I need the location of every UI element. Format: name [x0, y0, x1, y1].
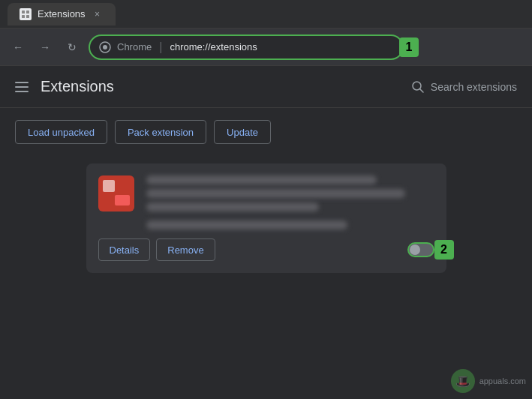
- browser-toolbar: ← → ↻ Chrome | chrome://extensions 1: [0, 28, 532, 66]
- hamburger-menu-button[interactable]: [15, 82, 29, 92]
- pack-extension-button[interactable]: Pack extension: [115, 120, 206, 144]
- refresh-button[interactable]: ↻: [62, 37, 83, 58]
- extension-icon: [98, 176, 134, 212]
- extension-card-bottom: Details Remove 2: [98, 238, 434, 261]
- search-icon: [411, 80, 425, 94]
- extensions-tab[interactable]: Extensions ×: [8, 3, 116, 26]
- page-title: Extensions: [41, 78, 399, 95]
- hamburger-line-1: [15, 82, 29, 83]
- extension-list: Details Remove 2: [0, 156, 532, 399]
- tab-close-button[interactable]: ×: [92, 8, 104, 20]
- watermark: 🎩 appuals.com: [451, 369, 526, 393]
- svg-point-5: [103, 45, 107, 50]
- extension-desc-line1-blurred: [146, 189, 406, 198]
- address-bar[interactable]: Chrome | chrome://extensions 1: [89, 34, 404, 60]
- extension-extra-blurred: [146, 220, 348, 230]
- extension-info: [146, 176, 434, 212]
- details-button[interactable]: Details: [98, 238, 151, 261]
- update-button[interactable]: Update: [214, 120, 271, 144]
- search-area[interactable]: Search extensions: [411, 80, 517, 94]
- page-content: Extensions Search extensions Load unpack…: [0, 66, 532, 399]
- svg-rect-2: [22, 15, 25, 18]
- extension-desc-line2-blurred: [146, 202, 319, 212]
- forward-button[interactable]: →: [35, 37, 56, 58]
- hamburger-line-3: [15, 91, 29, 92]
- toggle-thumb: [410, 244, 420, 255]
- tab-favicon-icon: [20, 8, 32, 20]
- address-url: chrome://extensions: [170, 41, 257, 52]
- svg-line-7: [419, 88, 423, 92]
- svg-rect-3: [26, 15, 29, 18]
- step1-badge: 1: [399, 38, 419, 57]
- extension-card-top: [98, 176, 434, 212]
- extension-card: Details Remove 2: [86, 164, 446, 273]
- svg-rect-0: [22, 10, 25, 14]
- address-separator: |: [159, 40, 162, 54]
- chrome-logo-icon: [99, 41, 111, 53]
- toolbar-row: Load unpacked Pack extension Update: [0, 108, 532, 156]
- hamburger-line-2: [15, 86, 29, 88]
- main-area: Extensions Search extensions Load unpack…: [0, 66, 532, 399]
- load-unpacked-button[interactable]: Load unpacked: [15, 120, 107, 144]
- tab-area: Extensions ×: [8, 0, 116, 28]
- svg-rect-1: [26, 10, 29, 14]
- search-placeholder: Search extensions: [431, 81, 517, 93]
- extensions-header: Extensions Search extensions: [0, 66, 532, 108]
- watermark-text: appuals.com: [479, 376, 526, 386]
- back-button[interactable]: ←: [8, 37, 29, 58]
- watermark-logo-icon: 🎩: [451, 369, 475, 393]
- card-action-buttons: Details Remove: [98, 238, 215, 261]
- remove-button[interactable]: Remove: [156, 238, 215, 261]
- address-site-label: Chrome: [117, 41, 152, 52]
- browser-titlebar: Extensions ×: [0, 0, 532, 28]
- extension-toggle[interactable]: [407, 242, 434, 257]
- extension-name-blurred: [146, 176, 377, 184]
- toggle-wrapper: 2: [407, 242, 434, 257]
- step2-badge: 2: [434, 240, 454, 260]
- tab-title: Extensions: [38, 8, 86, 20]
